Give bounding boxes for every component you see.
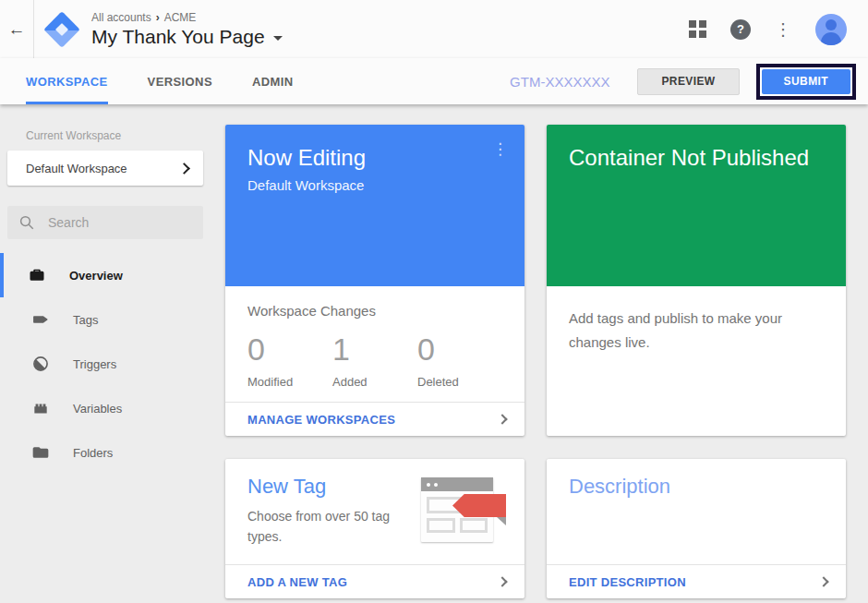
variable-icon	[31, 399, 50, 417]
trigger-icon	[31, 355, 50, 373]
workspace-changes-title: Workspace Changes	[247, 303, 502, 319]
manage-workspaces-label: MANAGE WORKSPACES	[247, 413, 395, 427]
help-icon[interactable]: ?	[730, 19, 751, 40]
current-workspace-label: Current Workspace	[26, 129, 211, 142]
search-icon	[18, 214, 35, 231]
breadcrumb-account[interactable]: ACME	[164, 11, 197, 24]
container-title-dropdown[interactable]: My Thank You Page	[91, 26, 283, 48]
workspace-name: Default Workspace	[26, 162, 127, 175]
chevron-right-icon	[178, 163, 190, 175]
folder-icon	[31, 443, 50, 462]
stat-value: 1	[332, 332, 417, 368]
title-block: All accounts › ACME My Thank You Page	[91, 11, 283, 48]
new-tag-body: New Tag Choose from over 50 tag types.	[225, 459, 524, 564]
manage-workspaces-button[interactable]: MANAGE WORKSPACES	[225, 402, 524, 436]
sidebar-nav: Overview Tags Triggers	[0, 253, 211, 475]
submit-button[interactable]: SUBMIT	[762, 69, 850, 94]
container-status-header: Container Not Published	[547, 125, 846, 286]
sidebar-item-label: Overview	[69, 269, 123, 283]
new-tag-illustration-icon	[421, 474, 506, 546]
tab-bar: WORKSPACE VERSIONS ADMIN GTM-XXXXXXX PRE…	[0, 58, 868, 104]
tab-versions[interactable]: VERSIONS	[148, 58, 212, 104]
sidebar: Current Workspace Default Workspace Over…	[0, 104, 211, 603]
gtm-logo-icon	[42, 10, 81, 49]
workspace-selector[interactable]: Default Workspace	[7, 151, 203, 186]
sidebar-item-label: Triggers	[73, 357, 116, 371]
apps-grid-icon[interactable]	[689, 20, 706, 38]
search-input[interactable]	[48, 215, 187, 230]
breadcrumb-all-accounts[interactable]: All accounts	[91, 11, 151, 24]
stat-deleted: 0 Deleted	[417, 332, 502, 389]
chevron-down-icon	[273, 36, 283, 41]
overflow-menu-icon[interactable]: ⋮	[775, 21, 791, 38]
description-body: Description	[547, 459, 846, 564]
add-new-tag-button[interactable]: ADD A NEW TAG	[225, 564, 524, 598]
avatar[interactable]	[815, 14, 847, 45]
sidebar-item-folders[interactable]: Folders	[0, 430, 211, 475]
submit-highlight-outline: SUBMIT	[756, 64, 856, 100]
topbar-icons: ? ⋮	[689, 14, 868, 45]
sidebar-item-label: Variables	[73, 402, 122, 416]
description-title: Description	[569, 475, 824, 499]
page-title: My Thank You Page	[91, 26, 265, 48]
stat-label: Added	[332, 375, 417, 389]
edit-description-label: EDIT DESCRIPTION	[569, 575, 686, 589]
chevron-right-icon	[818, 576, 828, 586]
search-box[interactable]	[7, 206, 203, 239]
tab-admin[interactable]: ADMIN	[252, 58, 294, 104]
back-arrow-icon: ←	[8, 19, 26, 40]
overview-icon	[28, 266, 46, 284]
new-tag-text: Choose from over 50 tag types.	[247, 506, 395, 548]
back-button[interactable]: ←	[0, 0, 34, 58]
new-tag-card: New Tag Choose from over 50 tag types.	[225, 459, 524, 598]
now-editing-subtitle: Default Workspace	[247, 177, 502, 193]
card-menu-icon[interactable]: ⋮	[492, 141, 508, 157]
stat-label: Deleted	[417, 375, 502, 389]
container-status-text: Add tags and publish to make your change…	[569, 307, 800, 356]
now-editing-card: Now Editing Default Workspace ⋮ Workspac…	[225, 125, 524, 436]
chevron-right-icon	[497, 414, 507, 424]
sidebar-item-label: Tags	[73, 313, 98, 327]
tab-workspace[interactable]: WORKSPACE	[26, 58, 108, 104]
chevron-right-icon	[497, 576, 507, 586]
tag-icon	[31, 310, 50, 329]
stat-added: 1 Added	[332, 332, 417, 389]
breadcrumb: All accounts › ACME	[91, 11, 283, 24]
container-id[interactable]: GTM-XXXXXXX	[510, 74, 609, 90]
preview-button[interactable]: PREVIEW	[637, 68, 739, 95]
container-status-title: Container Not Published	[569, 145, 824, 171]
stat-label: Modified	[247, 375, 332, 389]
now-editing-header: Now Editing Default Workspace ⋮	[225, 125, 524, 286]
top-bar: ← All accounts › ACME My Thank You Page …	[0, 0, 868, 58]
main-area: Now Editing Default Workspace ⋮ Workspac…	[211, 104, 868, 603]
sidebar-item-label: Folders	[73, 446, 113, 460]
edit-description-button[interactable]: EDIT DESCRIPTION	[547, 564, 846, 598]
container-status-body: Add tags and publish to make your change…	[547, 286, 846, 436]
add-new-tag-label: ADD A NEW TAG	[247, 575, 347, 589]
sidebar-item-triggers[interactable]: Triggers	[0, 342, 211, 386]
description-card: Description EDIT DESCRIPTION	[547, 459, 846, 598]
sidebar-item-tags[interactable]: Tags	[0, 297, 211, 342]
stat-value: 0	[417, 332, 502, 368]
stat-modified: 0 Modified	[247, 332, 332, 389]
sidebar-item-overview[interactable]: Overview	[0, 253, 211, 297]
breadcrumb-separator-icon: ›	[156, 11, 160, 24]
sidebar-item-variables[interactable]: Variables	[0, 386, 211, 430]
workspace-changes-section: Workspace Changes 0 Modified 1 Added 0 D	[225, 286, 524, 402]
content-area: Current Workspace Default Workspace Over…	[0, 104, 868, 603]
container-status-card: Container Not Published Add tags and pub…	[547, 125, 846, 436]
now-editing-title: Now Editing	[247, 145, 502, 171]
stat-value: 0	[247, 332, 332, 368]
